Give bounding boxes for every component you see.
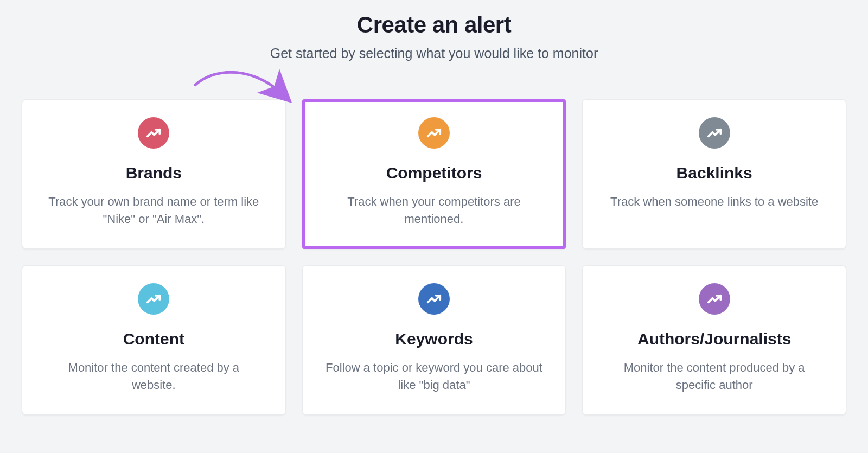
card-title: Content [123, 330, 184, 348]
page-title: Create an alert [0, 12, 868, 38]
card-title: Brands [126, 164, 182, 182]
card-authors[interactable]: Authors/Journalists Monitor the content … [582, 265, 846, 415]
trend-arrow-icon [699, 117, 730, 149]
alert-type-grid: Brands Track your own brand name or term… [22, 99, 846, 415]
card-description: Monitor the content produced by a specif… [606, 359, 823, 394]
card-competitors[interactable]: Competitors Track when your competitors … [302, 99, 566, 249]
card-title: Backlinks [676, 164, 752, 182]
trend-arrow-icon [138, 283, 169, 315]
card-keywords[interactable]: Keywords Follow a topic or keyword you c… [302, 265, 566, 415]
page-subtitle: Get started by selecting what you would … [0, 46, 868, 61]
card-description: Monitor the content created by a website… [45, 359, 262, 394]
card-title: Authors/Journalists [637, 330, 791, 348]
card-description: Track your own brand name or term like "… [45, 193, 262, 228]
create-alert-page: Create an alert Get started by selecting… [0, 0, 868, 453]
page-header: Create an alert Get started by selecting… [0, 12, 868, 61]
trend-arrow-icon [418, 117, 450, 149]
trend-arrow-icon [138, 117, 169, 149]
card-description: Track when your competitors are mentione… [326, 193, 542, 228]
card-title: Keywords [395, 330, 473, 348]
card-description: Follow a topic or keyword you care about… [326, 359, 542, 394]
card-description: Track when someone links to a website [610, 193, 818, 210]
trend-arrow-icon [699, 283, 730, 315]
card-content[interactable]: Content Monitor the content created by a… [22, 265, 286, 415]
card-backlinks[interactable]: Backlinks Track when someone links to a … [582, 99, 846, 249]
card-brands[interactable]: Brands Track your own brand name or term… [22, 99, 286, 249]
trend-arrow-icon [418, 283, 450, 315]
card-title: Competitors [386, 164, 482, 182]
